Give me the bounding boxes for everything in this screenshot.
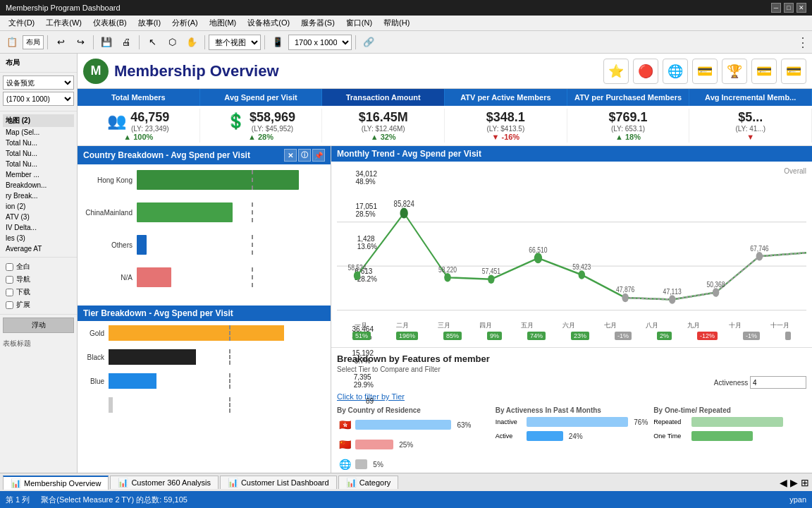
kpi-cell-3: $348.1 (LY: $413.5) ▼ -16%: [445, 109, 567, 143]
tab-customer-list[interactable]: 📊 Customer List Dashboard: [220, 476, 337, 489]
maximize-btn[interactable]: □: [784, 3, 794, 13]
sidebar-item-total2[interactable]: Total Nu...: [3, 148, 74, 159]
col-country-title: By Country of Residence: [337, 406, 490, 414]
kpi-tab-avg-spend[interactable]: Avg Spend per Visit: [200, 89, 323, 106]
sidebar-item-les[interactable]: les (3): [3, 233, 74, 243]
country-row-hk: 🇭🇰 63%: [337, 417, 490, 433]
kpi-tab-transaction[interactable]: Transaction Amount: [322, 89, 445, 106]
kpi-sub-3: (LY: $413.5): [486, 125, 525, 133]
float-btn[interactable]: 浮动: [3, 318, 74, 333]
menu-format[interactable]: 设备格式(O): [242, 16, 295, 30]
icon-globe[interactable]: 🌐: [663, 59, 688, 84]
undo-btn[interactable]: ↩: [51, 33, 70, 52]
pan-btn[interactable]: ✋: [183, 33, 201, 52]
size-select[interactable]: 1700 x 1000: [288, 35, 352, 50]
kpi-icon-1: 💲: [226, 112, 245, 131]
sidebar-group-sheets[interactable]: 地图 (2): [3, 114, 74, 127]
activeness-input[interactable]: [750, 376, 806, 389]
menu-file[interactable]: 文件(D): [3, 16, 40, 30]
menu-window[interactable]: 窗口(N): [340, 16, 378, 30]
sidebar-item-map[interactable]: Map (Sel...: [3, 127, 74, 138]
sidebar-item-atv[interactable]: ATV (3): [3, 212, 74, 222]
kpi-tab-avg-incr[interactable]: Avg Incremental Memb...: [689, 89, 812, 106]
bar-fill-na: [137, 267, 171, 287]
tier-chart: Tier Breakdown - Avg Spend per Visit Gol…: [78, 306, 331, 425]
redo-btn[interactable]: ↪: [71, 33, 90, 52]
dashboard-icons: ⭐ 🔴 🌐 💳 🏆 💳 💳: [603, 59, 806, 84]
icon-card3[interactable]: 💳: [781, 59, 806, 84]
badge-sep: -12%: [697, 332, 718, 340]
sidebar-check-download[interactable]: 下载: [3, 286, 74, 298]
tab-label-0: Membership Overview: [24, 479, 101, 488]
tier-fill-blue: [109, 373, 156, 389]
sidebar-item-total1[interactable]: Total Nu...: [3, 138, 74, 148]
menu-worksheet[interactable]: 工作表(W): [40, 16, 87, 30]
tab-customer360[interactable]: 📊 Customer 360 Analysis: [110, 476, 219, 489]
sidebar-item-member[interactable]: Member ...: [3, 169, 74, 180]
menu-map[interactable]: 地图(M): [204, 16, 242, 30]
lasso-btn[interactable]: ⬡: [163, 33, 181, 52]
country-chart: Country Breakdown - Avg Spend per Visit …: [78, 146, 331, 306]
menu-help[interactable]: 帮助(H): [378, 16, 415, 30]
kpi-tab-atv-purchased[interactable]: ATV per Purchased Members: [567, 89, 690, 106]
menu-dashboard[interactable]: 仪表板(B): [87, 16, 133, 30]
right-toolbar: ⋮: [796, 35, 809, 50]
sidebar-check-extend[interactable]: 扩展: [3, 298, 74, 311]
title-bar: Membership Program Dashboard ─ □ ✕: [0, 0, 812, 16]
icon-trophy[interactable]: 🏆: [722, 59, 747, 84]
month-aug: 八月: [646, 321, 658, 330]
tab-icon-3: 📊: [346, 478, 357, 488]
tab-menu[interactable]: ⊞: [801, 477, 809, 488]
tab-category[interactable]: 📊 Category: [338, 476, 399, 489]
dashed-hk: [252, 170, 253, 190]
kpi-tab-atv-active[interactable]: ATV per Active Members: [445, 89, 567, 106]
menu-story[interactable]: 故事(I): [133, 16, 166, 30]
icon-card1[interactable]: 💳: [692, 59, 718, 84]
month-oct: 十月: [729, 321, 742, 330]
tab-membership-overview[interactable]: 📊 Membership Overview: [3, 476, 109, 490]
sidebar-item-ion[interactable]: ion (2): [3, 201, 74, 212]
device-btn[interactable]: 📱: [269, 33, 287, 52]
cursor-btn[interactable]: ↖: [143, 33, 161, 52]
activeness-row-inactive: Inactive 76%: [496, 417, 648, 427]
chart-pin-btn[interactable]: 📌: [312, 149, 325, 162]
bar-fill-china: [137, 202, 233, 222]
tier-fill-empty: [109, 397, 113, 413]
chart-info-btn[interactable]: ⓘ: [298, 149, 311, 162]
activeness-label: Activeness: [714, 379, 748, 387]
menu-analysis[interactable]: 分析(A): [166, 16, 204, 30]
sidebar-item-rybreak[interactable]: ry Break...: [3, 190, 74, 201]
sidebar-item-avgat[interactable]: Average AT: [3, 243, 74, 254]
trend-legend: Overall: [337, 167, 806, 175]
design-select[interactable]: 设备预览: [3, 75, 74, 90]
toolbar-layout[interactable]: 📋: [3, 33, 21, 52]
menu-server[interactable]: 服务器(S): [295, 16, 340, 30]
tab-scroll-right[interactable]: ▶: [790, 477, 798, 488]
kpi-cell-1: 💲 $58,969 (LY: $45,952) ▲ 28%: [200, 109, 323, 143]
save-btn[interactable]: 💾: [97, 33, 116, 52]
sidebar-item-breakdown[interactable]: Breakdown...: [3, 180, 74, 190]
view-select[interactable]: 整个视图: [209, 35, 261, 50]
sidebar-check-white[interactable]: 全白: [3, 260, 74, 273]
right-content: Monthly Trend - Avg Spend per Visit Over…: [331, 146, 812, 473]
share-btn[interactable]: 🔗: [359, 33, 378, 52]
size-sidebar-select[interactable]: (1700 x 1000): [3, 92, 74, 106]
sidebar-item-total3[interactable]: Total Nu...: [3, 159, 74, 169]
icon-red[interactable]: 🔴: [633, 59, 658, 84]
kpi-tab-total-members[interactable]: Total Members: [78, 89, 200, 106]
sidebar-item-ivdelta[interactable]: IV Delta...: [3, 222, 74, 233]
close-btn[interactable]: ✕: [796, 3, 806, 13]
tab-scroll-left[interactable]: ◀: [780, 477, 787, 488]
activeness-section: Activeness: [337, 376, 806, 389]
sidebar-check-nav[interactable]: 导航: [3, 273, 74, 286]
toolbar-sep-6: [355, 35, 356, 49]
minimize-btn[interactable]: ─: [771, 3, 781, 13]
icon-card2[interactable]: 💳: [751, 59, 777, 84]
chart-close-btn[interactable]: ✕: [284, 149, 297, 162]
kpi-sub-4: (LY: 653.1): [608, 125, 647, 133]
kpi-cell-0-inner: 👥 46,759 (LY: 23,349): [107, 110, 169, 133]
print-btn[interactable]: 🖨: [117, 33, 135, 52]
icon-star[interactable]: ⭐: [603, 59, 629, 84]
kpi-val-4: $769.1 (LY: 653.1): [608, 110, 647, 133]
bar-fill-others: [137, 235, 147, 255]
